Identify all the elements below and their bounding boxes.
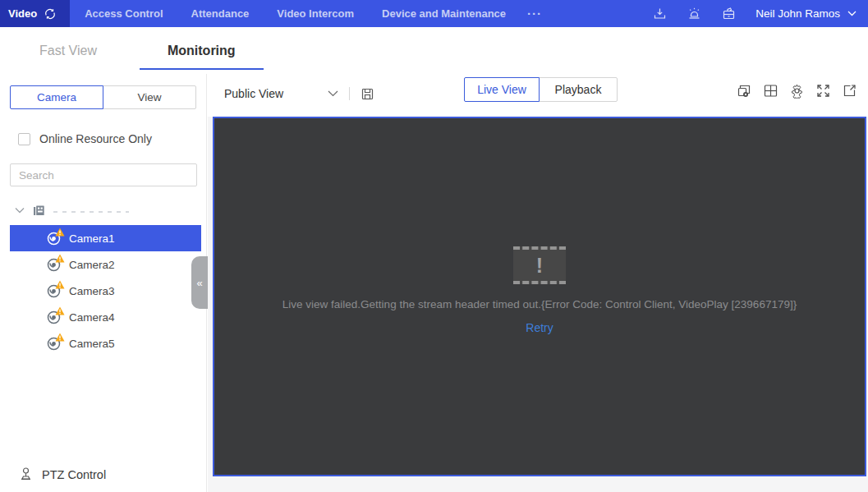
warning-badge-icon <box>55 280 65 289</box>
main-area: Public View Live View Playback <box>208 74 868 492</box>
stream-error-icon: ! <box>513 246 566 284</box>
stream-error-message: Live view failed.Getting the stream head… <box>282 298 797 310</box>
camera-tree: Camera1 Camera2 <box>0 200 206 356</box>
online-resource-checkbox[interactable] <box>18 133 30 145</box>
online-resource-label: Online Resource Only <box>39 132 152 145</box>
video-toolbar: Public View Live View Playback <box>208 74 868 117</box>
switch-module-icon[interactable] <box>44 7 57 21</box>
download-center-icon[interactable] <box>652 7 667 21</box>
maintenance-toolbox-icon[interactable] <box>721 7 736 21</box>
chevron-down-icon <box>847 11 857 16</box>
tab-view[interactable]: View <box>103 85 196 109</box>
joystick-icon <box>18 467 34 482</box>
camera-tree-item[interactable]: Camera2 <box>10 251 201 278</box>
camera-list: Camera1 Camera2 <box>0 225 206 356</box>
warning-badge-icon <box>55 228 65 237</box>
site-tree-root[interactable] <box>0 200 206 221</box>
nav-item-attendance[interactable]: Attendance <box>191 7 250 20</box>
retry-link[interactable]: Retry <box>526 321 553 334</box>
close-all-windows-icon[interactable] <box>737 83 752 99</box>
app-window: Video Access ControlAttendanceVideo Inte… <box>0 0 868 492</box>
ptz-control-button[interactable]: PTZ Control <box>18 467 106 482</box>
user-menu[interactable]: Neil John Ramos <box>755 7 857 20</box>
camera-label: Camera2 <box>69 259 115 271</box>
window-division-icon[interactable] <box>763 83 778 99</box>
nav-item-access-control[interactable]: Access Control <box>85 7 163 20</box>
toolbar-icons <box>737 83 857 99</box>
camera-label: Camera4 <box>69 311 115 324</box>
topnav-right: Neil John Ramos <box>652 0 857 27</box>
settings-gear-icon[interactable] <box>789 83 805 99</box>
online-resource-only-row[interactable]: Online Resource Only <box>18 132 206 145</box>
top-navigation: Video Access ControlAttendanceVideo Inte… <box>0 0 868 27</box>
camera-icon <box>46 310 62 325</box>
camera-label: Camera3 <box>69 285 115 297</box>
topnav-items: Access ControlAttendanceVideo IntercomDe… <box>85 7 506 20</box>
nav-item-video[interactable]: Video <box>0 0 70 27</box>
user-name: Neil John Ramos <box>755 7 840 20</box>
live-playback-toggle: Live View Playback <box>464 77 618 102</box>
camera-icon <box>46 283 62 299</box>
camera-icon <box>46 336 62 352</box>
camera-tree-item[interactable]: Camera4 <box>10 304 201 330</box>
camera-label: Camera5 <box>69 338 115 350</box>
nav-item-device-and-maintenance[interactable]: Device and Maintenance <box>382 7 506 20</box>
view-select-group: Public View <box>224 81 374 106</box>
collapse-sidebar-handle[interactable]: « <box>191 256 208 309</box>
camera-tree-item[interactable]: Camera3 <box>10 278 201 304</box>
nav-more-button[interactable]: ··· <box>527 7 542 21</box>
page-tabs: Fast View Monitoring <box>0 27 868 74</box>
ptz-control-label: PTZ Control <box>42 468 106 481</box>
resource-sidebar: Camera View Online Resource Only <box>0 74 207 492</box>
live-view-button[interactable]: Live View <box>464 77 540 102</box>
chevron-down-icon[interactable] <box>15 207 25 214</box>
camera-label: Camera1 <box>69 232 115 245</box>
camera-icon <box>46 257 62 273</box>
alarm-icon[interactable] <box>687 7 701 21</box>
camera-tree-item[interactable]: Camera1 <box>10 225 201 251</box>
open-in-new-window-icon[interactable] <box>842 83 857 99</box>
resource-type-switch: Camera View <box>10 85 196 109</box>
view-select[interactable]: Public View <box>224 87 328 100</box>
camera-tree-item[interactable]: Camera5 <box>10 330 201 356</box>
toolbar-divider <box>349 87 350 100</box>
nav-item-video-intercom[interactable]: Video Intercom <box>277 7 354 20</box>
site-icon <box>32 204 46 218</box>
search-input[interactable] <box>10 163 197 186</box>
warning-badge-icon <box>55 333 65 342</box>
warning-badge-icon <box>55 306 65 315</box>
tab-monitoring[interactable]: Monitoring <box>140 27 264 74</box>
tab-fast-view[interactable]: Fast View <box>23 27 113 74</box>
warning-badge-icon <box>55 254 65 263</box>
playback-button[interactable]: Playback <box>539 77 618 102</box>
camera-icon <box>46 231 62 246</box>
chevron-down-icon[interactable] <box>328 90 338 97</box>
site-node-label-redacted <box>53 206 129 214</box>
video-tile[interactable]: ! Live view failed.Getting the stream he… <box>213 117 866 476</box>
save-view-icon[interactable] <box>361 87 374 101</box>
fullscreen-icon[interactable] <box>815 83 831 99</box>
nav-item-video-label: Video <box>8 7 37 20</box>
tab-camera[interactable]: Camera <box>10 85 103 109</box>
